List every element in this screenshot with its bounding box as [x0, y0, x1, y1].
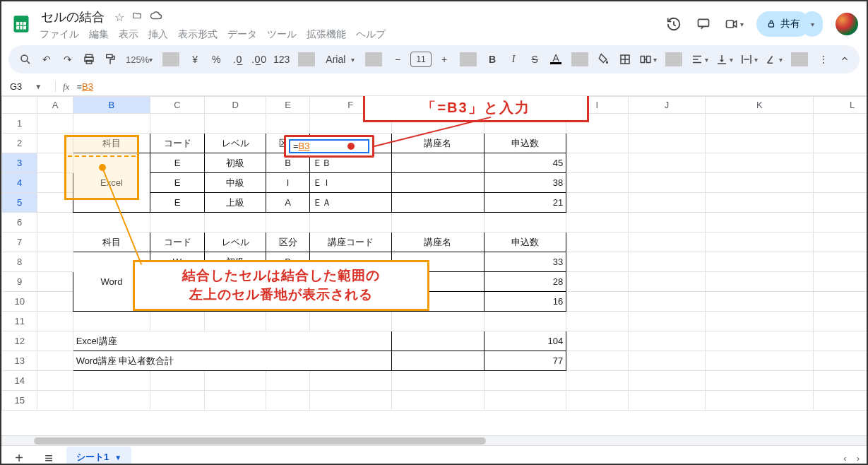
cell[interactable]: コード [150, 232, 205, 252]
bold-icon[interactable]: B [484, 49, 501, 69]
cell[interactable]: E [150, 153, 205, 173]
percent-icon[interactable]: % [208, 49, 225, 69]
cell[interactable]: 33 [484, 252, 566, 272]
add-sheet-button[interactable]: + [7, 448, 31, 466]
history-icon[interactable] [665, 16, 682, 33]
cell[interactable] [266, 292, 309, 312]
text-color-icon[interactable]: A [547, 49, 564, 69]
col-header[interactable]: F [309, 97, 391, 114]
cell[interactable]: ＥＡ [309, 193, 391, 213]
cell[interactable] [150, 292, 205, 312]
increase-decimal-icon[interactable]: .0̲0 [250, 49, 268, 69]
cell[interactable] [391, 272, 484, 292]
cell[interactable]: Word講座 申込者数合計 [73, 351, 391, 371]
cell[interactable] [391, 193, 484, 213]
col-header[interactable]: D [204, 97, 266, 114]
col-header[interactable]: I [566, 97, 629, 114]
cell[interactable]: 区分 [266, 232, 309, 252]
number-format[interactable]: 123 [272, 49, 291, 69]
cell[interactable]: 77 [484, 351, 566, 371]
cell[interactable]: B [266, 153, 309, 173]
h-align-icon[interactable]: ▾ [689, 49, 710, 69]
cell[interactable]: Excel講座 [73, 331, 391, 351]
cell[interactable]: 104 [484, 331, 566, 351]
fill-color-icon[interactable] [595, 49, 612, 69]
doc-title[interactable]: セルの結合 [38, 7, 107, 27]
cell[interactable]: 21 [484, 193, 566, 213]
col-header[interactable]: L [814, 97, 867, 114]
row-header[interactable]: 1 [2, 114, 37, 134]
share-dropdown[interactable]: ▾ [802, 11, 823, 37]
row-header[interactable]: 2 [2, 134, 37, 153]
cell[interactable]: E [150, 173, 205, 193]
currency-icon[interactable]: ¥ [186, 49, 203, 69]
star-icon[interactable]: ☆ [114, 11, 124, 24]
strike-icon[interactable]: S [526, 49, 543, 69]
col-header[interactable]: K [706, 97, 814, 114]
sheet-tab-menu-icon[interactable]: ▼ [114, 454, 121, 461]
font-size-increase[interactable]: + [436, 49, 453, 69]
all-sheets-button[interactable]: ≡ [37, 448, 61, 466]
menu-help[interactable]: ヘルプ [356, 28, 386, 41]
col-header[interactable]: B [73, 97, 150, 114]
cell-active[interactable] [391, 153, 484, 173]
menu-tools[interactable]: ツール [267, 28, 297, 41]
cell[interactable]: 初級 [204, 252, 266, 272]
scrollbar-thumb[interactable] [34, 437, 486, 445]
cell[interactable]: E [150, 193, 205, 213]
zoom-select[interactable]: 125% ▾ [123, 49, 155, 69]
cell[interactable]: 科目 [73, 232, 150, 252]
row-header[interactable]: 3 [2, 153, 37, 173]
italic-icon[interactable]: I [505, 49, 522, 69]
menu-data[interactable]: データ [227, 28, 257, 41]
cell[interactable] [391, 331, 484, 351]
cell[interactable] [150, 272, 205, 292]
col-header[interactable]: E [266, 97, 309, 114]
row-header[interactable]: 9 [2, 272, 37, 292]
cell-merged[interactable]: Word [73, 252, 150, 312]
cell[interactable]: 申込数 [484, 134, 566, 153]
menu-format[interactable]: 表示形式 [178, 28, 218, 41]
cell[interactable]: 16 [484, 292, 566, 312]
formula-input[interactable]: =B3 [76, 81, 93, 92]
merge-icon[interactable]: ▾ [638, 49, 658, 69]
row-header[interactable]: 14 [2, 371, 37, 391]
cell[interactable]: 講座コード [309, 232, 391, 252]
name-box[interactable]: G3 ▼ [6, 81, 55, 92]
cell[interactable] [266, 272, 309, 292]
cell[interactable]: 初級 [204, 153, 266, 173]
cell[interactable]: ＥＢ [309, 153, 391, 173]
cell[interactable]: 28 [484, 272, 566, 292]
more-icon[interactable]: ⋮ [815, 49, 832, 69]
font-size-input[interactable]: 11 [410, 52, 432, 67]
cell[interactable]: 講座コード [309, 134, 391, 153]
cell[interactable]: 講座名 [391, 232, 484, 252]
cell[interactable]: コード [150, 134, 205, 153]
cell[interactable] [309, 252, 391, 272]
cell[interactable]: 申込数 [484, 232, 566, 252]
select-all-corner[interactable] [2, 97, 37, 114]
cell[interactable] [309, 292, 391, 312]
font-select[interactable]: Arial ▾ [322, 49, 358, 69]
horizontal-scrollbar[interactable] [1, 435, 867, 445]
col-header[interactable]: C [150, 97, 205, 114]
spreadsheet-grid[interactable]: A B C D E F G H I J K L 1 2 科目 コード レベル 区… [1, 96, 867, 411]
meet-icon[interactable]: ▾ [725, 16, 744, 33]
cell[interactable]: 上級 [204, 193, 266, 213]
col-header[interactable]: G [391, 97, 484, 114]
sheets-logo[interactable] [10, 10, 32, 38]
row-header[interactable]: 5 [2, 193, 37, 213]
cell[interactable] [391, 173, 484, 193]
menu-view[interactable]: 表示 [119, 28, 138, 41]
cell-merged[interactable]: Excel [73, 153, 150, 213]
print-icon[interactable] [81, 49, 97, 69]
col-header[interactable]: A [37, 97, 73, 114]
row-header[interactable]: 13 [2, 351, 37, 371]
cell[interactable] [204, 272, 266, 292]
col-header[interactable]: J [628, 97, 705, 114]
move-icon[interactable] [131, 11, 143, 24]
menu-extensions[interactable]: 拡張機能 [307, 28, 346, 41]
cell[interactable]: 45 [484, 153, 566, 173]
wrap-icon[interactable]: ▾ [739, 49, 759, 69]
row-header[interactable]: 15 [2, 391, 37, 411]
